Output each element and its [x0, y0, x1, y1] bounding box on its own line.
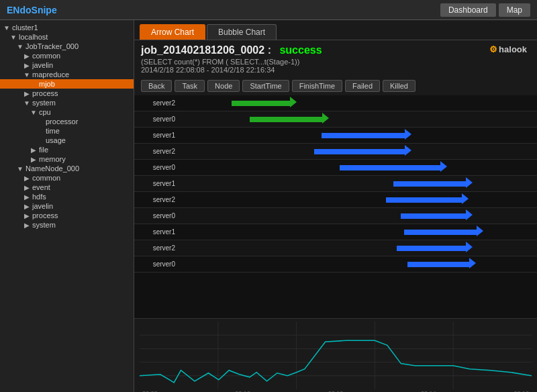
- arrow-bar-body: [401, 213, 466, 219]
- arrow-bar-body: [407, 262, 469, 267]
- chart-row: server0: [134, 256, 537, 273]
- tree-label: memory: [38, 155, 66, 163]
- halook-text: halook: [499, 44, 527, 54]
- sidebar-item-5[interactable]: ▼mapreduce: [0, 70, 134, 79]
- sidebar-item-12[interactable]: usage: [0, 136, 134, 145]
- tree-label: mjob: [38, 80, 55, 88]
- tree-toggle-icon: ▶: [30, 156, 38, 163]
- arrow-bar: [404, 230, 483, 235]
- halook-logo: ⚙halook: [489, 44, 527, 54]
- row-label: server1: [134, 132, 178, 139]
- sidebar-item-13[interactable]: ▶file: [0, 145, 134, 154]
- sidebar-item-0[interactable]: ▼cluster1: [0, 23, 134, 32]
- arrow-bar: [397, 246, 472, 251]
- filter-starttime[interactable]: StartTime: [242, 80, 289, 92]
- chart-row: server0: [134, 160, 537, 176]
- filter-back[interactable]: Back: [141, 80, 172, 92]
- sidebar-item-6[interactable]: mjob: [0, 79, 134, 89]
- filter-finishtime[interactable]: FinishTime: [292, 80, 342, 92]
- sidebar-item-14[interactable]: ▶memory: [0, 154, 134, 164]
- arrow-bar-body: [386, 197, 462, 203]
- arrow-head-icon: [405, 129, 411, 140]
- chart-row: server2: [134, 192, 537, 208]
- sidebar-item-1[interactable]: ▼localhost: [0, 32, 134, 42]
- sidebar-item-3[interactable]: ▶common: [0, 51, 134, 60]
- sidebar-item-7[interactable]: ▶process: [0, 89, 134, 98]
- row-bar-area: [178, 224, 537, 240]
- chart-row: server1: [134, 128, 537, 144]
- row-bar-area: [178, 160, 537, 175]
- tree-label: time: [44, 127, 60, 135]
- row-bar-area: [178, 240, 537, 256]
- arrow-bar-body: [232, 101, 289, 106]
- sidebar-item-9[interactable]: ▼cpu: [0, 107, 134, 117]
- tree-label: common: [31, 174, 60, 182]
- row-bar-area: [178, 111, 537, 127]
- filters-bar: Back Task Node StartTime FinishTime Fail…: [134, 77, 537, 95]
- sidebar-item-17[interactable]: ▶event: [0, 183, 134, 192]
- sidebar-item-11[interactable]: time: [0, 126, 134, 136]
- arrow-bar: [393, 181, 473, 187]
- tree-toggle-icon: ▼: [30, 109, 38, 116]
- tree-label: javelin: [31, 61, 53, 69]
- tree-toggle-icon: ▶: [30, 146, 38, 154]
- sidebar[interactable]: ▼cluster1▼localhost▼JobTracker_000▶commo…: [0, 20, 134, 392]
- arrow-bar-body: [393, 181, 466, 187]
- tree-label: localhost: [17, 33, 48, 41]
- chart-row: server0: [134, 208, 537, 224]
- tree-label: event: [31, 183, 50, 191]
- tree-label: NameNode_000: [24, 164, 79, 173]
- arrow-bar-body: [404, 230, 477, 235]
- filter-node[interactable]: Node: [207, 80, 240, 92]
- arrow-bar: [250, 117, 329, 122]
- row-label: server2: [134, 196, 178, 203]
- row-bar-area: [178, 144, 537, 159]
- filter-failed[interactable]: Failed: [345, 80, 380, 92]
- row-label: server2: [134, 244, 178, 252]
- content-panel: Arrow Chart Bubble Chart job_20140218120…: [134, 20, 537, 392]
- tab-arrow-chart[interactable]: Arrow Chart: [140, 24, 205, 40]
- arrow-bar-body: [250, 117, 322, 122]
- chart-row: server0: [134, 111, 537, 128]
- sidebar-item-20[interactable]: ▶process: [0, 211, 134, 220]
- sidebar-item-2[interactable]: ▼JobTracker_000: [0, 42, 134, 51]
- sidebar-item-18[interactable]: ▶hdfs: [0, 192, 134, 201]
- dashboard-button[interactable]: Dashboard: [440, 3, 496, 17]
- sidebar-item-21[interactable]: ▶system: [0, 220, 134, 230]
- main-layout: ▼cluster1▼localhost▼JobTracker_000▶commo…: [0, 20, 537, 392]
- arrow-head-icon: [322, 113, 329, 124]
- tree-label: file: [38, 146, 48, 154]
- row-label: server0: [134, 164, 178, 171]
- tree-toggle-icon: ▶: [23, 90, 31, 97]
- sidebar-item-8[interactable]: ▼system: [0, 98, 134, 107]
- arrow-chart[interactable]: server2server0server1server2server0serve…: [134, 95, 537, 318]
- job-query: (SELECT count(*) FROM ( SELECT...t(Stage…: [141, 58, 530, 66]
- sidebar-item-16[interactable]: ▶common: [0, 173, 134, 183]
- chart-row: server2: [134, 144, 537, 160]
- mini-chart-svg: [140, 322, 532, 389]
- tab-bubble-chart[interactable]: Bubble Chart: [207, 24, 277, 40]
- arrow-bar-body: [314, 149, 404, 154]
- row-bar-area: [178, 128, 537, 143]
- sidebar-item-15[interactable]: ▼NameNode_000: [0, 164, 134, 173]
- row-bar-area: [178, 256, 537, 272]
- arrow-bar: [340, 165, 448, 170]
- tree-toggle-icon: ▶: [23, 175, 31, 182]
- row-bar-area: [178, 176, 537, 191]
- filter-killed[interactable]: Killed: [383, 80, 416, 92]
- tree-label: processor: [44, 117, 78, 126]
- row-label: server0: [134, 115, 178, 123]
- map-button[interactable]: Map: [499, 3, 530, 17]
- sidebar-item-10[interactable]: processor: [0, 117, 134, 126]
- tree-label: process: [31, 89, 58, 97]
- sidebar-item-19[interactable]: ▶javelin: [0, 201, 134, 211]
- row-label: server2: [134, 99, 178, 107]
- chart-row: server1: [134, 224, 537, 240]
- filter-task[interactable]: Task: [175, 80, 205, 92]
- job-time: 2014/2/18 22:08:08 - 2014/2/18 22:16:34: [141, 66, 530, 74]
- tree-label: usage: [44, 136, 66, 144]
- row-bar-area: [178, 192, 537, 207]
- sidebar-item-4[interactable]: ▶javelin: [0, 60, 134, 70]
- gear-icon: ⚙: [489, 44, 497, 54]
- tree-label: JobTracker_000: [24, 42, 79, 50]
